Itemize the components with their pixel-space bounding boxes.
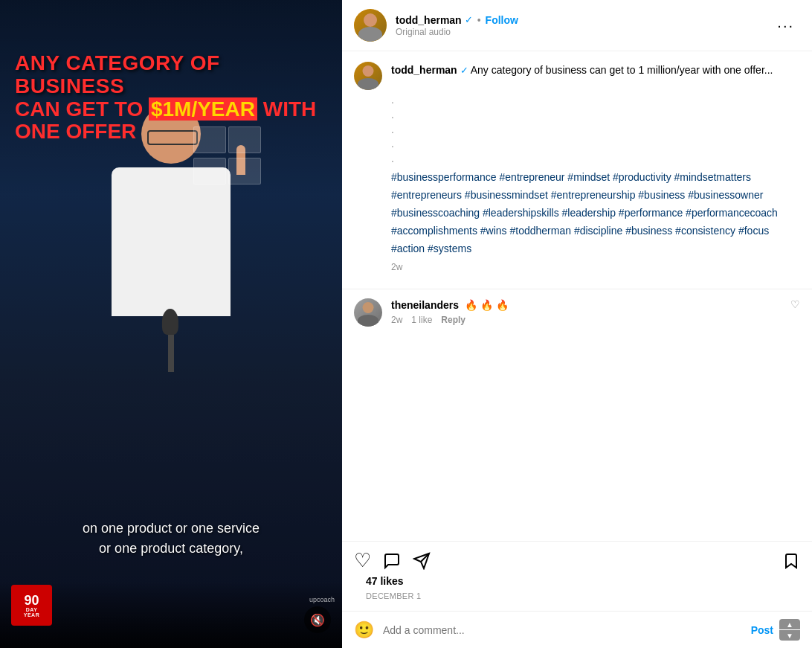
header-avatar bbox=[354, 9, 387, 42]
post-header: todd_herman ✓ • Follow Original audio ··… bbox=[342, 0, 812, 51]
scroll-arrows: ▲ ▼ bbox=[779, 619, 800, 641]
caption-section: todd_herman ✓ Any category of business c… bbox=[342, 51, 812, 289]
scroll-down-button[interactable]: ▼ bbox=[779, 630, 800, 641]
scroll-up-button[interactable]: ▲ bbox=[779, 619, 800, 629]
bookmark-icon bbox=[782, 552, 800, 570]
caption-body: Any category of business can get to 1 mi… bbox=[471, 64, 773, 76]
comments-section: theneilanders 🔥 🔥 🔥 2w 1 like Reply ♡ bbox=[342, 289, 812, 344]
headline-amount: $1M/YEAR bbox=[149, 97, 257, 121]
caption-dots: ..... bbox=[391, 79, 800, 167]
art-piece bbox=[228, 158, 261, 185]
action-icons-row: ♡ bbox=[354, 549, 800, 572]
caption-avatar bbox=[354, 62, 382, 90]
header-username[interactable]: todd_herman bbox=[396, 14, 462, 26]
comment-time: 2w bbox=[391, 315, 402, 325]
comment-text: 🔥 🔥 🔥 bbox=[465, 299, 509, 311]
headline-line2: CAN GET TO $1M/YEAR WITH ONE OFFER bbox=[15, 98, 327, 144]
comment-item: theneilanders 🔥 🔥 🔥 2w 1 like Reply ♡ bbox=[354, 298, 800, 327]
caption-time: 2w bbox=[391, 262, 800, 272]
header-verified-icon: ✓ bbox=[465, 14, 473, 25]
comment-likes: 1 like bbox=[411, 315, 432, 325]
likes-count: 47 likes bbox=[354, 572, 800, 590]
comment-input-field[interactable] bbox=[383, 624, 751, 636]
comment-icon bbox=[383, 552, 401, 570]
caption-verified: ✓ bbox=[460, 65, 468, 76]
comment-meta: 2w 1 like Reply bbox=[391, 315, 782, 325]
video-headline: ANY CATEGORY OF BUSINESS CAN GET TO $1M/… bbox=[0, 45, 342, 151]
mute-button[interactable]: 🔇 bbox=[304, 606, 331, 633]
header-dot: • bbox=[477, 14, 481, 26]
comment-content: theneilanders 🔥 🔥 🔥 2w 1 like Reply bbox=[391, 298, 782, 325]
art-piece bbox=[193, 158, 226, 185]
comment-input-bar: 🙂 Post ▲ ▼ bbox=[342, 611, 812, 648]
bookmark-button[interactable] bbox=[782, 552, 800, 570]
mute-icon: 🔇 bbox=[310, 613, 325, 627]
comment-button[interactable] bbox=[383, 552, 401, 570]
caption-header: todd_herman ✓ Any category of business c… bbox=[354, 62, 800, 272]
badge-year: YEAR bbox=[24, 612, 39, 617]
follow-button[interactable]: Follow bbox=[486, 14, 518, 26]
comment-avatar bbox=[354, 298, 382, 327]
comment-heart-icon[interactable]: ♡ bbox=[790, 298, 800, 310]
caption-username[interactable]: todd_herman bbox=[391, 64, 457, 76]
badge-number: 90 bbox=[24, 594, 39, 607]
audio-label: Original audio bbox=[396, 27, 771, 37]
subtitle-line1: on one product or one service bbox=[0, 519, 342, 539]
caption-text: todd_herman ✓ Any category of business c… bbox=[391, 62, 800, 79]
comment-reply-button[interactable]: Reply bbox=[441, 315, 465, 325]
headline-prefix: CAN GET TO bbox=[15, 97, 149, 121]
badge-90day: 90 DAY YEAR bbox=[11, 585, 52, 626]
like-button[interactable]: ♡ bbox=[354, 549, 371, 572]
upcoach-label: upcoach bbox=[309, 596, 335, 603]
username-row: todd_herman ✓ • Follow bbox=[396, 14, 771, 26]
emoji-button[interactable]: 🙂 bbox=[354, 620, 374, 640]
caption-hashtags: #businessperformance #entrepreneur #mind… bbox=[391, 169, 800, 257]
badge-day: DAY bbox=[26, 607, 38, 612]
more-options-button[interactable]: ··· bbox=[771, 14, 800, 37]
subtitle-line2: or one product category, bbox=[0, 539, 342, 559]
caption-text-block: todd_herman ✓ Any category of business c… bbox=[391, 62, 800, 272]
header-info: todd_herman ✓ • Follow Original audio bbox=[396, 14, 771, 37]
post-body[interactable]: todd_herman ✓ Any category of business c… bbox=[342, 51, 812, 541]
post-comment-button[interactable]: Post bbox=[751, 624, 773, 636]
share-icon bbox=[413, 552, 431, 570]
headline-line1: ANY CATEGORY OF BUSINESS bbox=[15, 52, 327, 98]
video-subtitle: on one product or one service or one pro… bbox=[0, 519, 342, 559]
person-torso bbox=[112, 167, 231, 316]
right-panel: todd_herman ✓ • Follow Original audio ··… bbox=[342, 0, 812, 648]
mic bbox=[162, 309, 178, 335]
video-panel: ANY CATEGORY OF BUSINESS CAN GET TO $1M/… bbox=[0, 0, 342, 648]
avatar-image bbox=[354, 9, 387, 42]
share-button[interactable] bbox=[413, 552, 431, 570]
post-date: DECEMBER 1 bbox=[354, 590, 800, 608]
comment-username[interactable]: theneilanders bbox=[391, 299, 459, 311]
actions-bar: ♡ 47 likes DECEMBER 1 bbox=[342, 541, 812, 611]
comment-body: theneilanders 🔥 🔥 🔥 bbox=[391, 298, 782, 312]
